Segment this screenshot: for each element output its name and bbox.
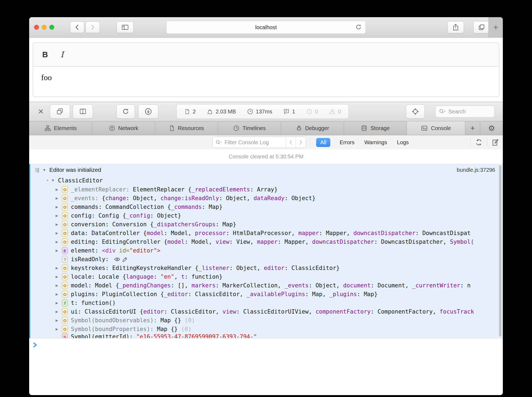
minimize-window-button[interactable]: [42, 25, 47, 30]
plus-icon: +: [470, 124, 475, 133]
sidebar-toggle-button[interactable]: [117, 22, 134, 33]
disclosure-triangle-icon[interactable]: ▶: [56, 222, 59, 226]
new-tab-button[interactable]: +: [488, 17, 503, 37]
disclosure-triangle-icon[interactable]: ▶: [56, 275, 59, 279]
object-root-row[interactable]: • ▼ ClassicEditor: [29, 176, 503, 185]
console-property-row[interactable]: ▶ft: function(): [29, 299, 503, 307]
log-message-text: Editor was initialized: [49, 167, 101, 173]
share-button[interactable]: [448, 21, 464, 33]
token: plugins: PluginCollection {: [71, 291, 164, 297]
disclosure-triangle-icon[interactable]: ▶: [56, 327, 59, 331]
settings-button[interactable]: ⚙: [480, 121, 503, 135]
disclosure-triangle-icon[interactable]: ▶: [56, 196, 59, 200]
tab-timelines[interactable]: Timelines: [218, 121, 281, 135]
console-property-row[interactable]: ▶Odata: DataController {model: Model, pr…: [29, 229, 503, 237]
add-tab-button[interactable]: +: [465, 121, 480, 135]
disclosure-triangle-icon[interactable]: ▶: [56, 249, 59, 252]
token: : ClassicEditor,: [188, 291, 247, 297]
forward-chevron-icon: [89, 24, 96, 31]
token: "en": [161, 273, 174, 280]
console-property-row[interactable]: ▶OSymbol(boundObservables): Map {} (0): [29, 316, 503, 325]
italic-button[interactable]: I: [61, 50, 64, 59]
garbage-collect-button[interactable]: [475, 138, 483, 146]
vertical-scrollbar[interactable]: [499, 165, 501, 336]
console-property-row[interactable]: ▶Oplugins: PluginCollection {_editor: Cl…: [29, 290, 503, 299]
bold-button[interactable]: B: [42, 50, 48, 59]
disclosure-triangle-icon[interactable]: ▶: [56, 284, 59, 287]
tab-resources[interactable]: Resources: [155, 121, 218, 135]
console-property-row[interactable]: ▶Oediting: EditingController {model: Mod…: [29, 237, 503, 246]
url-bar[interactable]: localhost: [166, 21, 366, 34]
inspector-search-field[interactable]: Search: [435, 106, 495, 118]
tab-elements[interactable]: Elements: [29, 121, 92, 135]
console-log-entry[interactable]: ▼ Editor was initialized bundle.js:37296…: [29, 164, 503, 338]
console-property-row[interactable]: ▶O_events: {change: Object, change:isRea…: [29, 194, 503, 203]
console-prompt-area[interactable]: [29, 338, 503, 395]
tab-console[interactable]: Console: [407, 121, 465, 135]
refresh-icon[interactable]: [355, 23, 362, 31]
disclosure-triangle-icon[interactable]: ▶: [56, 318, 59, 322]
disclosure-triangle-icon[interactable]: ▶: [56, 214, 59, 218]
divider: [470, 138, 471, 146]
disclosure-triangle-icon[interactable]: ▼: [43, 168, 47, 172]
tab-debugger[interactable]: Debugger: [281, 121, 344, 135]
stat-value: 2: [193, 109, 196, 115]
dock-side-button[interactable]: [73, 104, 93, 119]
disclosure-triangle-icon[interactable]: ▶: [56, 240, 59, 244]
console-messages-area[interactable]: Console cleared at 5:30:54 PM ▼ Editor w…: [29, 149, 503, 338]
console-property-row[interactable]: ▶O_elementReplacer: ElementReplacer {_re…: [29, 185, 503, 194]
console-property-row[interactable]: ▶Eelement: <div id="editor">: [29, 246, 503, 255]
scope-logs[interactable]: Logs: [396, 138, 409, 147]
tab-label: Debugger: [305, 125, 329, 131]
token: _listener: [198, 265, 229, 271]
tab-overview-button[interactable]: [473, 21, 490, 33]
previous-result-button[interactable]: [286, 137, 296, 148]
console-property-row[interactable]: SSymbol(emitterId): "e16-55953-47-876959…: [29, 333, 503, 338]
tab-network[interactable]: Network: [92, 121, 155, 135]
tab-label: Storage: [370, 125, 389, 131]
console-property-row[interactable]: ▶Oui: ClassicEditorUI {editor: ClassicEd…: [29, 307, 503, 316]
console-property-row[interactable]: ▶Okeystrokes: EditingKeystrokeHandler {_…: [29, 264, 503, 272]
back-chevron-icon: [74, 24, 80, 31]
console-property-row[interactable]: ▶OSymbol(boundProperties): Map {} (0): [29, 325, 503, 333]
filter-console-input[interactable]: Filter Console Log: [213, 137, 286, 148]
stats-pill[interactable]: 22.03 MB137ms100: [176, 104, 349, 119]
disclosure-triangle-icon[interactable]: ▶: [56, 301, 59, 305]
disclosure-triangle-icon[interactable]: ▶: [56, 266, 59, 270]
disclosure-triangle-icon[interactable]: ▶: [56, 205, 59, 209]
stat-value: 0: [338, 109, 341, 115]
log-header-row[interactable]: ▼ Editor was initialized bundle.js:37296: [29, 164, 503, 176]
editor-content[interactable]: foo: [33, 67, 499, 97]
token: isReadOnly:: [71, 256, 112, 263]
zoom-window-button[interactable]: [49, 25, 54, 30]
detach-inspector-button[interactable]: [50, 104, 70, 119]
disclosure-triangle-icon[interactable]: ▶: [56, 292, 59, 296]
back-button[interactable]: [70, 22, 84, 33]
tab-storage[interactable]: Storage: [344, 121, 407, 135]
disclosure-triangle-icon[interactable]: ▶: [56, 188, 59, 191]
reload-page-button[interactable]: [116, 104, 135, 119]
symbol-badge: S: [62, 333, 68, 338]
next-result-button[interactable]: [296, 137, 306, 148]
disclosure-triangle-icon[interactable]: ▶: [56, 231, 59, 235]
compose-log-button[interactable]: [491, 138, 500, 146]
console-property-row[interactable]: ▶Omodel: Model {_pendingChanges: [], mar…: [29, 281, 503, 290]
scope-all[interactable]: All: [316, 138, 330, 147]
disclosure-triangle-icon[interactable]: ▶: [56, 310, 59, 314]
console-property-row[interactable]: ▶Ocommands: CommandCollection {_commands…: [29, 203, 503, 211]
console-property-row[interactable]: ▶Olocale: Locale {language: "en", t: fun…: [29, 272, 503, 281]
close-inspector-button[interactable]: ✕: [36, 107, 46, 116]
token: ,: [174, 273, 181, 280]
disclosure-triangle-icon[interactable]: ▼: [51, 178, 55, 182]
download-button[interactable]: [138, 104, 158, 119]
forward-button[interactable]: [86, 22, 100, 33]
log-source-link[interactable]: bundle.js:37296: [457, 167, 495, 173]
tab-label: Console: [431, 125, 451, 131]
console-property-row[interactable]: ?isReadOnly:: [29, 255, 503, 264]
console-property-row[interactable]: ▶Oconversion: Conversion {_dispatchersGr…: [29, 220, 503, 229]
console-property-row[interactable]: ▶Oconfig: Config {_config: Object}: [29, 211, 503, 220]
element-picker-button[interactable]: [406, 104, 425, 119]
close-window-button[interactable]: [34, 25, 39, 30]
scope-errors[interactable]: Errors: [339, 138, 355, 147]
scope-warnings[interactable]: Warnings: [364, 138, 388, 147]
